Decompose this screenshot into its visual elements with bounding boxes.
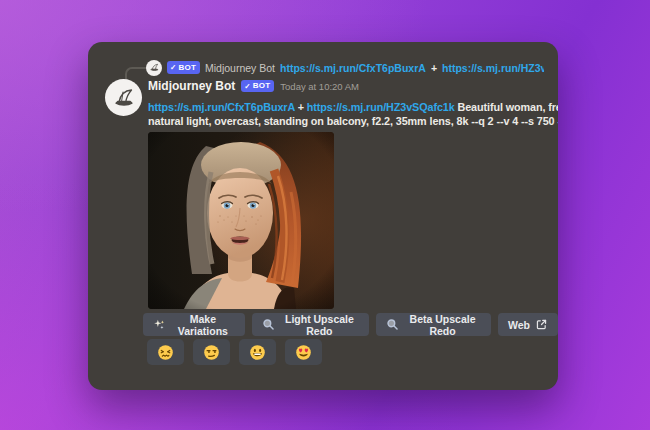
magnifier-icon	[386, 318, 399, 331]
sparkles-icon	[153, 318, 166, 331]
bot-badge: ✓BOT	[167, 61, 200, 74]
purple-gradient-background: ✓BOT Midjourney Bot https://s.mj.run/Cfx…	[0, 0, 650, 430]
unamused-face-emoji	[203, 344, 220, 361]
reaction-confounded-button[interactable]	[147, 339, 184, 365]
beta-upscale-redo-button[interactable]: Beta Upscale Redo	[376, 313, 491, 336]
light-upscale-redo-button[interactable]: Light Upscale Redo	[252, 313, 369, 336]
prompt-link-1[interactable]: https://s.mj.run/CfxT6pBuxrA	[148, 101, 295, 113]
verified-check-icon: ✓	[244, 83, 250, 91]
heart-eyes-face-emoji	[295, 344, 312, 361]
confounded-face-emoji	[157, 344, 174, 361]
reaction-unamused-button[interactable]	[193, 339, 230, 365]
reaction-grinning-button[interactable]	[239, 339, 276, 365]
sailboat-icon	[112, 86, 136, 110]
reply-reference[interactable]: ✓BOT Midjourney Bot https://s.mj.run/Cfx…	[146, 59, 544, 76]
action-button-row: Make Variations Light Upscale Redo Beta …	[143, 313, 558, 336]
grinning-face-emoji	[249, 344, 266, 361]
bot-badge: ✓BOT	[241, 80, 274, 93]
reply-spine	[125, 67, 146, 79]
prompt-line-1: https://s.mj.run/CfxT6pBuxrA + https://s…	[148, 101, 558, 115]
reaction-heart-eyes-button[interactable]	[285, 339, 322, 365]
external-link-icon	[535, 318, 548, 331]
prompt-link-2[interactable]: https://s.mj.run/HZ3vSQafc1k	[307, 101, 455, 113]
prompt-line-2: natural light, overcast, standing on bal…	[148, 115, 558, 129]
reply-link-2[interactable]: https://s.mj.run/HZ3vSQafc1k	[442, 62, 544, 74]
portrait-illustration	[148, 132, 334, 309]
prompt-text-2: natural light, overcast, standing on bal…	[148, 115, 558, 127]
midjourney-bot-avatar[interactable]	[105, 79, 142, 116]
emoji-reaction-row	[147, 339, 322, 365]
reply-bot-avatar	[146, 60, 162, 76]
message-body: https://s.mj.run/CfxT6pBuxrA + https://s…	[148, 101, 558, 128]
prompt-text-1: Beautiful woman, freckles,	[458, 101, 559, 113]
message-header: Midjourney Bot ✓BOT Today at 10:20 AM	[148, 79, 359, 93]
reply-link-1[interactable]: https://s.mj.run/CfxT6pBuxrA	[280, 62, 426, 74]
verified-check-icon: ✓	[170, 64, 176, 72]
generated-portrait-image[interactable]	[148, 132, 334, 309]
reply-bot-name[interactable]: Midjourney Bot	[205, 62, 275, 74]
discord-message-card: ✓BOT Midjourney Bot https://s.mj.run/Cfx…	[88, 42, 558, 390]
message-timestamp: Today at 10:20 AM	[280, 81, 359, 92]
magnifier-icon	[262, 318, 275, 331]
author-name[interactable]: Midjourney Bot	[148, 79, 235, 93]
make-variations-button[interactable]: Make Variations	[143, 313, 245, 336]
web-button[interactable]: Web	[498, 313, 558, 336]
sailboat-icon	[149, 62, 160, 73]
